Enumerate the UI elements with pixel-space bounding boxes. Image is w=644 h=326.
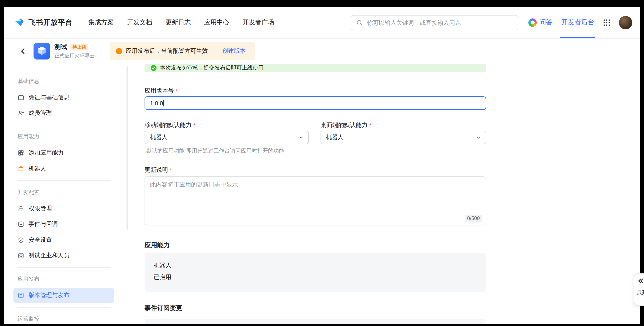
required-marker: *	[170, 167, 172, 174]
expand-label: 展开	[637, 289, 644, 296]
sidebar-item-credentials[interactable]: 凭证与基础信息	[14, 90, 114, 105]
browser-page: 飞书开放平台 集成方案 开发文档 更新日志 应用中心 开发者广场	[4, 7, 640, 324]
sidebar-item-label: 成员管理	[28, 109, 52, 117]
sidebar-item-label: 测试企业和人员	[28, 252, 70, 260]
app-meta: 测试 待上线 正式应用@环界云	[54, 43, 95, 59]
app-capability-title: 应用能力	[144, 241, 486, 249]
logo-text: 飞书开放平台	[28, 18, 72, 27]
version-field-label: 应用版本号 *	[144, 87, 486, 95]
expand-panel[interactable]: 展开	[634, 273, 644, 306]
sidebar-item-version-release[interactable]: 版本管理与发布	[14, 288, 114, 303]
desktop-capability-label: 桌面端的默认能力 *	[320, 122, 486, 129]
nav-item-docs[interactable]: 开发文档	[127, 18, 152, 26]
search-input[interactable]	[366, 19, 513, 26]
nav-item-integration[interactable]: 集成方案	[88, 18, 114, 26]
header-right: 问答 开发者后台	[528, 7, 632, 38]
add-capability-icon	[18, 150, 24, 156]
sidebar-item-security[interactable]: 安全设置	[14, 232, 114, 248]
app-icon	[34, 43, 50, 60]
main-panel: 本次发布免审核，提交发布后即可上线使用 应用版本号 * 1.0.0 移动端的默认…	[144, 64, 486, 324]
avatar[interactable]	[619, 16, 632, 29]
sidebar-item-permissions[interactable]: 权限管理	[14, 201, 114, 216]
robot-icon	[18, 165, 24, 172]
sidebar-item-add-capability[interactable]: 添加应用能力	[14, 146, 114, 160]
chevron-left-icon	[19, 47, 27, 55]
version-input[interactable]: 1.0.0	[144, 96, 486, 110]
app-name: 测试	[54, 43, 67, 51]
sidebar: 基础信息 凭证与基础信息 成员管理 应用能力	[14, 64, 114, 324]
console-tab-label: 开发者后台	[561, 18, 594, 27]
char-counter: 0/500	[465, 215, 482, 222]
qa-icon	[528, 18, 537, 26]
text-caret	[164, 100, 164, 106]
sidebar-item-label: 凭证与基础信息	[28, 94, 70, 101]
sidebar-item-label: 版本管理与发布	[28, 292, 70, 299]
capability-hint: “默认的应用功能”即用户通过工作台访问应用时打开的功能	[144, 147, 486, 154]
security-icon	[18, 236, 24, 243]
apps-grid-icon[interactable]	[603, 19, 610, 26]
members-icon	[18, 110, 24, 116]
screen: 飞书开放平台 集成方案 开发文档 更新日志 应用中心 开发者广场	[0, 0, 644, 326]
credential-icon	[18, 94, 24, 101]
permission-icon	[18, 205, 24, 212]
app-bar: 测试 待上线 正式应用@环界云 应用发布后，当前配置方可生效 创建版本	[4, 38, 640, 64]
sidebar-divider	[14, 304, 114, 311]
version-release-icon	[18, 292, 24, 299]
qa-link[interactable]: 问答	[528, 18, 553, 27]
event-subscription-title: 事件订阅变更	[144, 304, 486, 312]
sidebar-item-label: 安全设置	[28, 236, 52, 244]
chevron-down-icon	[298, 134, 304, 140]
alert-text: 应用发布后，当前配置方可生效	[126, 47, 208, 55]
sidebar-divider	[14, 121, 114, 128]
sidebar-item-label: 添加应用能力	[28, 149, 64, 157]
console-tab[interactable]: 开发者后台	[561, 7, 594, 38]
capability-status: 已启用	[154, 274, 477, 281]
update-notes-label: 更新说明 *	[144, 166, 486, 174]
mobile-capability-label: 移动端的默认能力 *	[144, 122, 309, 129]
sidebar-item-robot[interactable]: 机器人	[14, 161, 114, 176]
sidebar-item-members[interactable]: 成员管理	[14, 106, 114, 121]
mobile-capability-select[interactable]: 机器人	[144, 131, 309, 144]
sidebar-section-dev-config: 开发配置	[14, 184, 114, 200]
app-subtitle: 正式应用@环界云	[54, 52, 95, 59]
search-icon	[356, 19, 363, 26]
nav-item-changelog[interactable]: 更新日志	[166, 18, 191, 26]
sidebar-item-label: 权限管理	[28, 205, 52, 212]
sidebar-section-release: 应用发布	[14, 271, 114, 287]
nav-item-app-center[interactable]: 应用中心	[204, 18, 229, 26]
desktop-capability-select[interactable]: 机器人	[320, 131, 486, 144]
qa-label: 问答	[539, 18, 553, 27]
sidebar-section-capabilities: 应用能力	[14, 128, 114, 145]
required-marker: *	[193, 122, 196, 129]
success-check-icon	[150, 65, 157, 71]
sidebar-section-monitoring: 运营监控	[14, 311, 114, 324]
required-marker: *	[369, 122, 372, 129]
feishu-logo-icon	[15, 17, 26, 28]
double-chevron-left-icon	[637, 278, 644, 284]
content-area: 基础信息 凭证与基础信息 成员管理 应用能力	[4, 64, 640, 324]
chevron-down-icon	[476, 134, 482, 140]
status-badge: 待上线	[70, 44, 88, 50]
success-banner-text: 本次发布免审核，提交发布后即可上线使用	[160, 64, 264, 72]
sidebar-item-label: 事件与回调	[28, 220, 58, 228]
app-capability-box: 机器人 已启用	[144, 253, 486, 292]
create-version-link[interactable]: 创建版本	[222, 47, 246, 55]
sidebar-item-test-org[interactable]: 测试企业和人员	[14, 248, 114, 263]
search-box[interactable]	[351, 15, 518, 30]
test-org-icon	[18, 252, 24, 259]
success-banner: 本次发布免审核，提交发布后即可上线使用	[144, 64, 486, 72]
nav-item-developer-plaza[interactable]: 开发者广场	[242, 18, 274, 26]
back-button[interactable]	[19, 47, 27, 55]
header: 飞书开放平台 集成方案 开发文档 更新日志 应用中心 开发者广场	[4, 7, 640, 38]
sidebar-divider	[14, 264, 114, 271]
capability-name: 机器人	[154, 262, 477, 270]
alert-banner: 应用发布后，当前配置方可生效 创建版本	[110, 42, 255, 60]
sidebar-section-basic-info: 基础信息	[14, 73, 114, 89]
sidebar-item-events-callbacks[interactable]: 事件与回调	[14, 217, 114, 232]
logo[interactable]: 飞书开放平台	[15, 17, 72, 28]
event-subscription-box	[144, 319, 486, 324]
update-notes-textarea[interactable]	[144, 176, 486, 226]
sidebar-scrollbar[interactable]	[126, 66, 128, 230]
desktop-capability-value: 机器人	[326, 134, 344, 141]
required-marker: *	[176, 88, 178, 94]
